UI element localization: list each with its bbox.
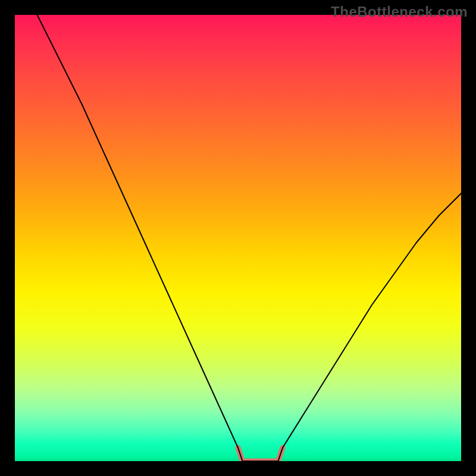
main-curve-path (37, 15, 462, 461)
watermark-text: TheBottleneck.com (331, 4, 468, 20)
chart-frame: TheBottleneck.com (0, 0, 476, 476)
plot-area (15, 15, 461, 461)
curve-svg (15, 15, 461, 461)
valley-highlight-path (238, 448, 283, 462)
